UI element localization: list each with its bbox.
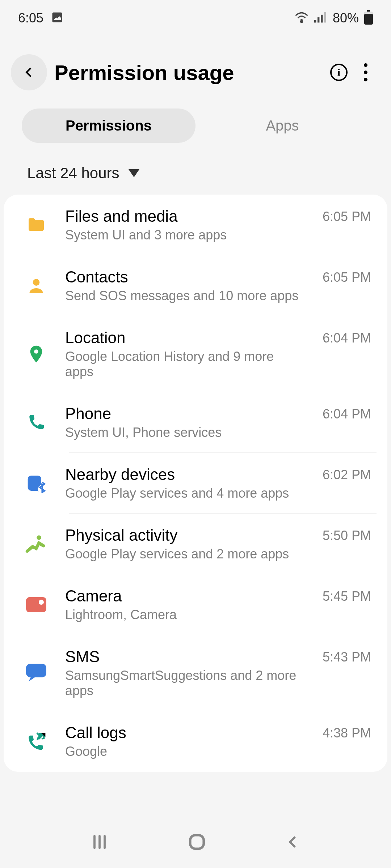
- gallery-icon: [51, 11, 64, 25]
- recents-button[interactable]: [89, 832, 110, 854]
- svg-rect-16: [26, 664, 46, 677]
- folder-icon: [25, 214, 47, 236]
- list-item-camera[interactable]: Camera Lightroom, Camera 5:45 PM: [4, 574, 387, 635]
- item-time: 6:05 PM: [323, 270, 371, 285]
- item-time: 5:45 PM: [323, 589, 371, 604]
- svg-point-13: [37, 535, 41, 540]
- svg-point-15: [39, 600, 44, 605]
- item-title: Call logs: [65, 724, 304, 742]
- item-time: 6:04 PM: [323, 407, 371, 422]
- item-title: Location: [65, 329, 304, 347]
- camera-icon: [25, 594, 47, 616]
- svg-rect-2: [314, 20, 316, 22]
- item-subtitle: SamsungSmartSuggestions and 2 more apps: [65, 668, 304, 698]
- activity-icon: [25, 533, 47, 555]
- item-time: 6:04 PM: [323, 331, 371, 346]
- location-icon: [25, 343, 47, 365]
- list-item-calllogs[interactable]: Call logs Google 4:38 PM: [4, 711, 387, 772]
- message-icon: [25, 662, 47, 684]
- page-title: Permission usage: [54, 60, 323, 85]
- calllog-icon: [25, 731, 47, 752]
- svg-rect-14: [26, 597, 46, 612]
- item-subtitle: Google Play services and 2 more apps: [65, 546, 304, 562]
- filter-label: Last 24 hours: [27, 165, 119, 182]
- list-item-files[interactable]: Files and media System UI and 3 more app…: [4, 195, 387, 255]
- header: Permission usage i: [0, 36, 391, 101]
- item-time: 5:43 PM: [323, 650, 371, 665]
- list-item-location[interactable]: Location Google Location History and 9 m…: [4, 316, 387, 392]
- svg-rect-3: [318, 17, 319, 22]
- home-button[interactable]: [187, 832, 207, 854]
- item-title: Camera: [65, 587, 304, 605]
- tab-permissions[interactable]: Permissions: [22, 109, 196, 143]
- item-time: 5:50 PM: [323, 528, 371, 543]
- permissions-list: Files and media System UI and 3 more app…: [4, 195, 387, 772]
- back-button[interactable]: [11, 54, 47, 90]
- item-subtitle: Google Play services and 4 more apps: [65, 486, 304, 501]
- item-subtitle: Google Location History and 9 more apps: [65, 349, 304, 379]
- status-bar: 6:05 80%: [0, 0, 391, 36]
- signal-icon: [314, 12, 327, 24]
- item-title: Files and media: [65, 207, 304, 225]
- item-time: 6:05 PM: [323, 209, 371, 224]
- list-item-phone[interactable]: Phone System UI, Phone services 6:04 PM: [4, 392, 387, 453]
- list-item-sms[interactable]: SMS SamsungSmartSuggestions and 2 more a…: [4, 635, 387, 711]
- item-time: 6:02 PM: [323, 467, 371, 482]
- list-item-activity[interactable]: Physical activity Google Play services a…: [4, 514, 387, 574]
- svg-rect-5: [324, 12, 326, 23]
- item-subtitle: Google: [65, 744, 304, 759]
- time-filter[interactable]: Last 24 hours: [0, 154, 391, 195]
- svg-rect-4: [321, 15, 323, 23]
- phone-icon: [25, 412, 47, 433]
- nav-bar: [0, 817, 391, 868]
- list-item-nearby[interactable]: Nearby devices Google Play services and …: [4, 453, 387, 514]
- info-button[interactable]: i: [330, 64, 348, 81]
- item-title: SMS: [65, 648, 304, 666]
- item-title: Physical activity: [65, 526, 304, 544]
- item-subtitle: Send SOS messages and 10 more apps: [65, 288, 304, 303]
- svg-rect-8: [364, 14, 373, 25]
- wifi-icon: [294, 12, 309, 24]
- svg-point-10: [34, 349, 38, 354]
- bluetooth-icon: [25, 472, 47, 494]
- item-subtitle: Lightroom, Camera: [65, 607, 304, 622]
- item-subtitle: System UI and 3 more apps: [65, 227, 304, 243]
- item-time: 4:38 PM: [323, 726, 371, 741]
- chevron-down-icon: [129, 169, 139, 177]
- list-item-contacts[interactable]: Contacts Send SOS messages and 10 more a…: [4, 255, 387, 316]
- battery-icon: [364, 10, 373, 26]
- svg-rect-6: [367, 10, 370, 12]
- tabs: Permissions Apps: [0, 101, 391, 154]
- svg-rect-0: [52, 13, 62, 22]
- tab-apps[interactable]: Apps: [196, 109, 369, 143]
- item-title: Phone: [65, 405, 304, 423]
- svg-point-1: [300, 21, 302, 22]
- item-title: Nearby devices: [65, 465, 304, 484]
- status-time: 6:05: [18, 10, 43, 26]
- item-title: Contacts: [65, 268, 304, 286]
- svg-point-9: [33, 279, 40, 286]
- item-subtitle: System UI, Phone services: [65, 425, 304, 440]
- more-button[interactable]: [364, 63, 373, 81]
- person-icon: [25, 275, 47, 297]
- svg-rect-20: [190, 835, 203, 848]
- back-nav-button[interactable]: [284, 833, 302, 852]
- battery-text: 80%: [333, 10, 359, 26]
